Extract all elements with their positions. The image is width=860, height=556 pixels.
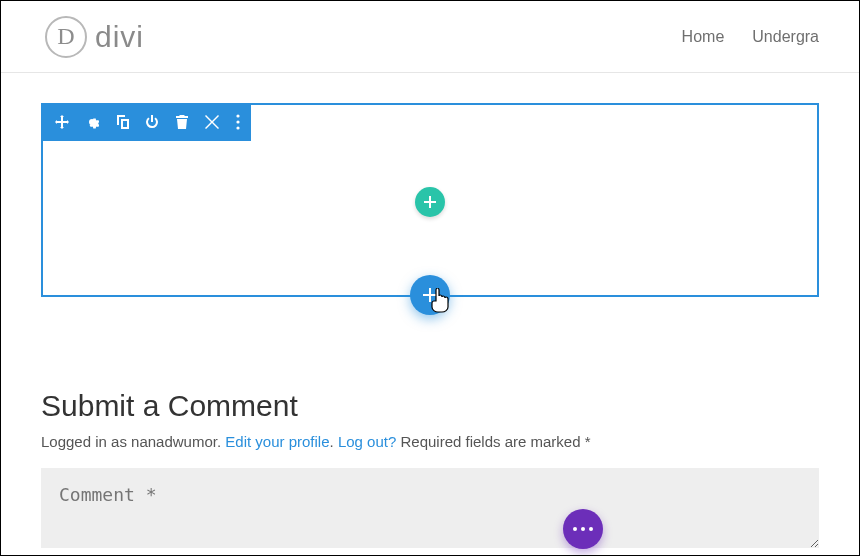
- logo-mark: D: [45, 16, 87, 58]
- nav-item-undergra[interactable]: Undergra: [752, 28, 819, 46]
- power-icon[interactable]: [145, 115, 159, 129]
- comments-meta: Logged in as nanadwumor. Edit your profi…: [41, 433, 819, 450]
- svg-point-2: [236, 126, 239, 129]
- dots-icon: [573, 527, 577, 531]
- site-header: D divi Home Undergra: [1, 1, 859, 73]
- svg-point-1: [236, 120, 239, 123]
- add-row-button[interactable]: [415, 187, 445, 217]
- gear-icon[interactable]: [85, 115, 99, 129]
- svg-point-0: [236, 114, 239, 117]
- builder-fab[interactable]: [563, 509, 603, 549]
- logout-link[interactable]: Log out?: [338, 433, 396, 450]
- comment-textarea[interactable]: [41, 468, 819, 548]
- logo-text: divi: [95, 20, 144, 54]
- duplicate-icon[interactable]: [115, 115, 129, 129]
- builder-section[interactable]: [41, 103, 819, 297]
- section-toolbar: [41, 103, 251, 141]
- close-icon[interactable]: [205, 115, 219, 129]
- move-icon[interactable]: [55, 115, 69, 129]
- add-section-button[interactable]: [410, 275, 450, 315]
- more-icon[interactable]: [235, 114, 241, 130]
- nav-item-home[interactable]: Home: [682, 28, 725, 46]
- trash-icon[interactable]: [175, 115, 189, 129]
- primary-nav: Home Undergra: [682, 28, 819, 46]
- comments-section: Submit a Comment Logged in as nanadwumor…: [41, 389, 819, 552]
- username: nanadwumor: [131, 433, 217, 450]
- comments-title: Submit a Comment: [41, 389, 819, 423]
- site-logo[interactable]: D divi: [45, 16, 144, 58]
- edit-profile-link[interactable]: Edit your profile: [225, 433, 329, 450]
